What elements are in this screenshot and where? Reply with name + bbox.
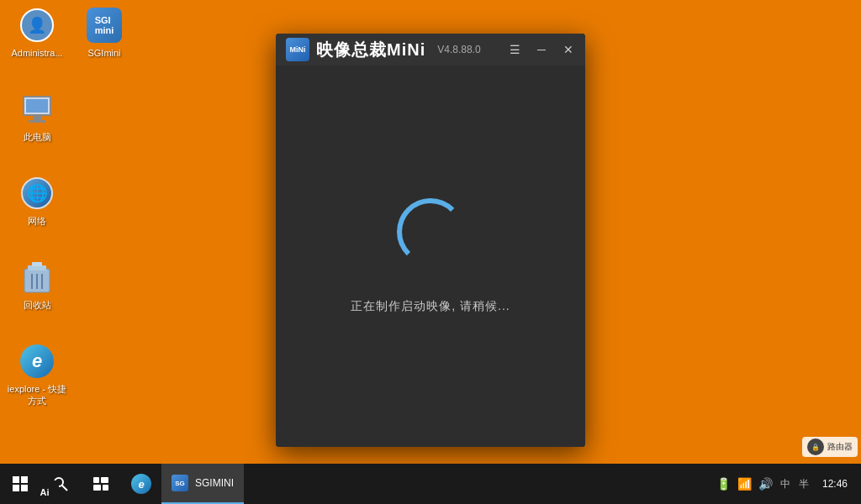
- watermark-text: 路由器: [827, 441, 853, 453]
- taskbar-ie-button[interactable]: e: [121, 464, 161, 504]
- ime-half-icon[interactable]: 半: [795, 477, 812, 491]
- ie-icon: e: [18, 343, 55, 380]
- taskbar-app-icon: SG: [172, 475, 188, 491]
- menu-button[interactable]: ☰: [508, 43, 521, 56]
- app-version: V4.8.88.0: [437, 44, 480, 55]
- desktop-icon-recycle[interactable]: 回收站: [3, 259, 71, 311]
- svg-rect-2: [32, 262, 42, 266]
- svg-rect-15: [103, 485, 108, 491]
- taskbar-app-label: SGIMINI: [195, 477, 234, 489]
- app-title: 映像总裁MiNi: [316, 39, 425, 61]
- desktop-icon-admin[interactable]: 👤 Administra...: [3, 7, 71, 59]
- ie-label: iexplore - 快捷方式: [3, 383, 71, 407]
- svg-rect-14: [93, 485, 101, 491]
- recycle-icon: [18, 259, 55, 296]
- admin-label: Administra...: [11, 47, 62, 59]
- minimize-button[interactable]: ─: [535, 43, 548, 56]
- app-content: 正在制作启动映像, 请稍候...: [276, 66, 585, 447]
- svg-rect-7: [21, 476, 28, 483]
- svg-rect-6: [13, 476, 19, 483]
- clock[interactable]: 12:46: [816, 478, 854, 490]
- svg-rect-9: [21, 485, 28, 491]
- svg-rect-8: [13, 485, 19, 491]
- taskbar-ie-icon: e: [131, 474, 151, 494]
- admin-icon: 👤: [18, 7, 55, 44]
- svg-rect-12: [93, 477, 99, 483]
- desktop-icon-computer[interactable]: 此电脑: [3, 91, 71, 143]
- tray-volume-icon[interactable]: 🔊: [756, 477, 775, 491]
- loading-container: 正在制作启动映像, 请稍候...: [351, 198, 510, 314]
- clock-time: 12:46: [822, 478, 848, 490]
- title-bar-left: MiNi 映像总裁MiNi V4.8.88.0: [286, 38, 481, 61]
- sgimini-label: SGImini: [87, 47, 120, 59]
- close-button[interactable]: ✕: [562, 43, 575, 56]
- watermark-logo: 🔒: [807, 438, 824, 455]
- loading-spinner: [397, 198, 464, 265]
- taskbar: e SG SGIMINI 🔋 📶 🔊 中 半 12:46 Ai: [0, 464, 861, 504]
- recycle-label: 回收站: [24, 299, 51, 311]
- svg-rect-13: [101, 477, 108, 483]
- title-bar: MiNi 映像总裁MiNi V4.8.88.0 ☰ ─ ✕: [276, 34, 585, 66]
- loading-text: 正在制作启动映像, 请稍候...: [351, 299, 510, 314]
- watermark: 🔒 路由器: [802, 437, 858, 457]
- sgimini-icon: SGImini: [86, 7, 123, 44]
- network-icon: 🌐: [18, 175, 55, 212]
- desktop-icon-ie[interactable]: e iexplore - 快捷方式: [3, 343, 71, 407]
- task-view-button[interactable]: [81, 464, 121, 504]
- tray-network-icon[interactable]: 📶: [735, 477, 754, 491]
- computer-label: 此电脑: [24, 131, 51, 143]
- network-label: 网络: [28, 215, 46, 227]
- tray-battery-icon[interactable]: 🔋: [714, 477, 733, 491]
- taskbar-right: 🔋 📶 🔊 中 半 12:46: [714, 477, 861, 491]
- desktop-icon-sgimini[interactable]: SGImini SGImini: [71, 7, 138, 59]
- app-logo: MiNi: [286, 38, 309, 61]
- system-tray: 🔋 📶 🔊 中 半: [714, 477, 812, 491]
- input-method-icon[interactable]: 中: [777, 477, 794, 491]
- svg-line-11: [62, 486, 67, 491]
- computer-icon: [18, 91, 55, 128]
- window-controls: ☰ ─ ✕: [508, 43, 575, 56]
- ai-badge[interactable]: Ai: [30, 480, 59, 504]
- taskbar-sgimini-button[interactable]: SG SGIMINI: [161, 464, 244, 504]
- app-window: MiNi 映像总裁MiNi V4.8.88.0 ☰ ─ ✕ 正在制作启动映像, …: [276, 34, 585, 447]
- desktop-icon-network[interactable]: 🌐 网络: [3, 175, 71, 227]
